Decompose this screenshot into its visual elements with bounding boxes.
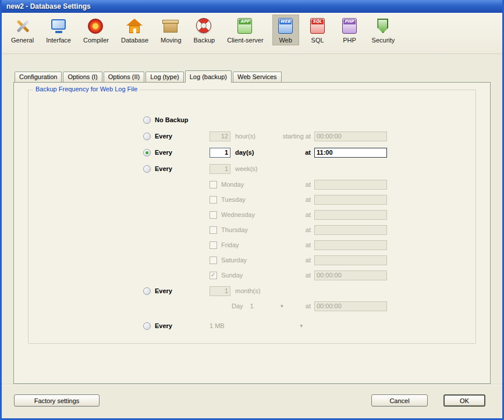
saturday-time-input [314, 255, 387, 265]
toolbar-item-general[interactable]: General [8, 15, 37, 45]
tab-web-services[interactable]: Web Services [233, 72, 282, 82]
php-icon: PHP [340, 17, 360, 35]
toolbar-item-interface[interactable]: Interface [42, 15, 74, 45]
weekday-row-monday: Monday at [29, 177, 475, 192]
toolbar-item-label: SQL [311, 37, 324, 44]
no-backup-label: No Backup [155, 116, 188, 123]
weekday-label: Saturday [221, 257, 247, 264]
toolbar-item-compiler[interactable]: Compiler [80, 15, 112, 45]
tuesday-checkbox [210, 196, 217, 204]
hourly-every-label: Every [155, 133, 172, 140]
tab-label: Log (type) [150, 73, 179, 80]
month-day-label: Day [232, 302, 243, 309]
weekday-at-label: at [276, 257, 311, 264]
tab-label: Configuration [19, 73, 57, 80]
weekday-label: Friday [221, 241, 239, 248]
tab-log-backup[interactable]: Log (backup) [185, 70, 232, 83]
size-radio[interactable] [143, 322, 151, 330]
weekday-row-tuesday: Tuesday at [29, 192, 475, 207]
tab-configuration[interactable]: Configuration [15, 72, 62, 82]
toolbar-item-label: PHP [343, 37, 356, 44]
weekly-radio[interactable] [143, 165, 151, 173]
toolbar-item-label: Security [372, 37, 395, 44]
factory-settings-button[interactable]: Factory settings [14, 394, 100, 407]
window-title: new2 - Database Settings [6, 2, 91, 10]
lifebuoy-icon [194, 17, 214, 35]
saturday-checkbox [210, 257, 217, 264]
weekday-label: Sunday [221, 272, 243, 279]
no-backup-row: No Backup [29, 112, 475, 128]
weekday-at-label: at [276, 211, 311, 218]
hourly-row: Every hour(s) starting at [29, 128, 475, 144]
weekday-at-label: at [276, 272, 311, 279]
hourly-count-input [210, 131, 230, 141]
weekly-every-label: Every [155, 165, 172, 172]
toolbar-item-moving[interactable]: Moving [157, 15, 184, 45]
size-value: 1 MB [210, 322, 225, 329]
weekday-at-label: at [276, 226, 311, 233]
tab-bar: Configuration Options (I) Options (II) L… [15, 70, 491, 82]
daily-time-input[interactable] [314, 148, 387, 158]
month-day-dropdown-arrow[interactable]: ▾ [281, 304, 283, 309]
friday-time-input [314, 240, 387, 250]
sunday-checkbox [210, 272, 217, 279]
toolbar-item-label: Web [279, 37, 292, 44]
group-title: Backup Frequency for Web Log File [33, 86, 140, 92]
backup-frequency-group: Backup Frequency for Web Log File No Bac… [28, 90, 476, 344]
toolbar-item-client-server[interactable]: APP Client-server [223, 15, 267, 45]
weekday-at-label: at [276, 241, 311, 248]
toolbar-item-php[interactable]: PHP PHP [336, 15, 363, 45]
daily-radio[interactable] [143, 149, 151, 156]
toolbar-item-security[interactable]: Security [368, 15, 399, 45]
sql-badge-label: SQL [311, 19, 324, 24]
web-icon: WEB [276, 17, 296, 35]
weekday-label: Tuesday [221, 196, 246, 203]
daily-every-label: Every [155, 149, 172, 156]
toolbar-item-database[interactable]: Database [118, 15, 152, 45]
backup-frequency-form: No Backup Every hour(s) starting at [29, 90, 475, 334]
monday-checkbox [210, 181, 217, 188]
compiler-disc-icon [86, 17, 106, 35]
toolbar-item-backup[interactable]: Backup [190, 15, 219, 45]
app-icon: APP [235, 17, 255, 35]
toolbar-item-web[interactable]: WEB Web [272, 15, 299, 45]
tab-options-2[interactable]: Options (II) [104, 72, 144, 82]
wednesday-time-input [314, 210, 387, 220]
tab-log-type[interactable]: Log (type) [145, 72, 184, 82]
monthly-unit-label: month(s) [235, 287, 276, 294]
monthly-radio[interactable] [143, 287, 151, 295]
sunday-time-input [314, 270, 387, 280]
thursday-time-input [314, 225, 387, 235]
database-settings-window: new2 - Database Settings General Interfa… [0, 0, 504, 420]
toolbar-item-sql[interactable]: SQL SQL [304, 15, 331, 45]
size-row: Every 1 MB ▾ [29, 318, 475, 334]
tuesday-time-input [314, 195, 387, 205]
titlebar[interactable]: new2 - Database Settings [2, 0, 502, 13]
toolbar: General Interface Compiler Database Movi… [2, 13, 502, 54]
size-every-label: Every [155, 322, 172, 329]
monthly-every-label: Every [155, 287, 172, 294]
daily-count-input[interactable] [210, 148, 230, 158]
daily-unit-label: day(s) [235, 149, 276, 156]
daily-at-label: at [276, 149, 311, 156]
footer-bar: Factory settings Cancel OK [2, 384, 502, 418]
monthly-time-input [314, 301, 387, 311]
monthly-count-input [210, 286, 230, 296]
toolbar-item-label: Moving [161, 37, 181, 44]
month-day-value[interactable]: 1 [250, 302, 254, 309]
shield-icon [373, 17, 393, 35]
monthly-at-label: at [306, 302, 311, 309]
cancel-button[interactable]: Cancel [371, 394, 428, 407]
size-dropdown-arrow[interactable]: ▾ [300, 323, 303, 329]
hourly-radio[interactable] [143, 133, 151, 140]
weekday-row-thursday: Thursday at [29, 222, 475, 237]
ok-button[interactable]: OK [443, 394, 485, 407]
weekly-unit-label: week(s) [235, 165, 276, 172]
tools-icon [13, 17, 33, 35]
toolbar-item-label: Backup [194, 37, 215, 44]
monthly-day-row: Day 1 ▾ at [29, 299, 475, 313]
toolbar-item-label: General [11, 37, 34, 44]
hourly-unit-label: hour(s) [235, 133, 276, 140]
tab-options-1[interactable]: Options (I) [63, 72, 102, 82]
no-backup-radio[interactable] [143, 116, 151, 124]
